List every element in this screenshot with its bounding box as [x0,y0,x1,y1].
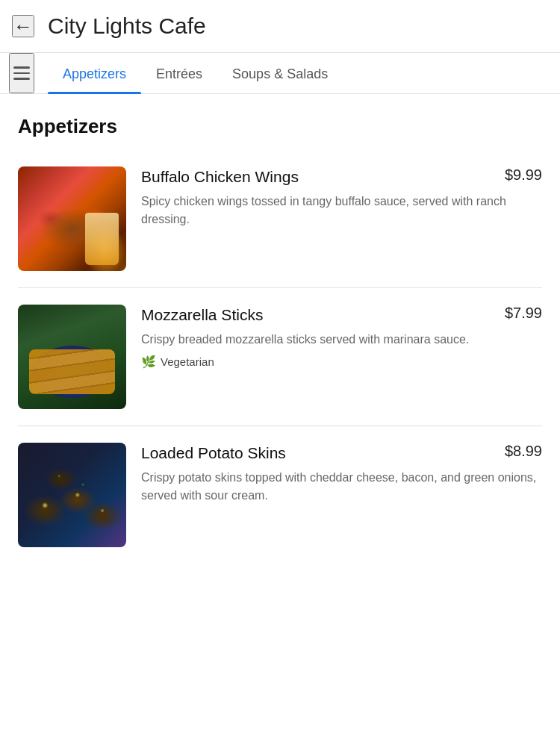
tab-soups-salads[interactable]: Soups & Salads [217,53,343,93]
item-name: Mozzarella Sticks [141,305,263,325]
menu-list: Buffalo Chicken Wings $9.99 Spicy chicke… [0,150,560,564]
menu-item-loaded-potato-skins[interactable]: Loaded Potato Skins $8.99 Crispy potato … [18,426,542,564]
item-image-buffalo-chicken-wings [18,166,126,271]
item-content-loaded-potato-skins: Loaded Potato Skins $8.99 Crispy potato … [141,443,542,511]
item-content-mozzarella-sticks: Mozzarella Sticks $7.99 Crispy breaded m… [141,305,542,369]
item-name: Loaded Potato Skins [141,443,286,463]
item-image-mozzarella-sticks [18,305,126,409]
tab-appetizers[interactable]: Appetizers [48,53,141,93]
vegetarian-badge: 🌿 Vegetarian [141,355,542,369]
vegetarian-label: Vegetarian [161,355,214,368]
item-header: Loaded Potato Skins $8.99 [141,443,542,463]
item-description: Crispy potato skins topped with cheddar … [141,469,542,505]
menu-list-button[interactable] [9,53,34,93]
hamburger-icon [13,66,30,80]
item-price: $8.99 [505,443,542,460]
page-title: City Lights Cafe [48,13,206,39]
item-description: Crispy breaded mozzarella sticks served … [141,331,542,349]
menu-item-buffalo-chicken-wings[interactable]: Buffalo Chicken Wings $9.99 Spicy chicke… [18,150,542,288]
item-header: Mozzarella Sticks $7.99 [141,305,542,325]
section-title: Appetizers [0,94,560,150]
back-button[interactable]: ← [12,15,34,37]
item-description: Spicy chicken wings tossed in tangy buff… [141,193,542,228]
back-arrow-icon: ← [13,16,33,36]
item-header: Buffalo Chicken Wings $9.99 [141,166,542,187]
leaf-icon: 🌿 [141,355,156,369]
tab-entrees[interactable]: Entrées [141,53,217,93]
item-content-buffalo-chicken-wings: Buffalo Chicken Wings $9.99 Spicy chicke… [141,166,542,234]
item-price: $7.99 [505,305,542,322]
menu-item-mozzarella-sticks[interactable]: Mozzarella Sticks $7.99 Crispy breaded m… [18,288,542,426]
header: ← City Lights Cafe [0,0,560,52]
tab-bar: Appetizers Entrées Soups & Salads [0,53,560,94]
item-price: $9.99 [505,166,542,184]
item-image-loaded-potato-skins [18,443,126,547]
item-name: Buffalo Chicken Wings [141,166,299,187]
